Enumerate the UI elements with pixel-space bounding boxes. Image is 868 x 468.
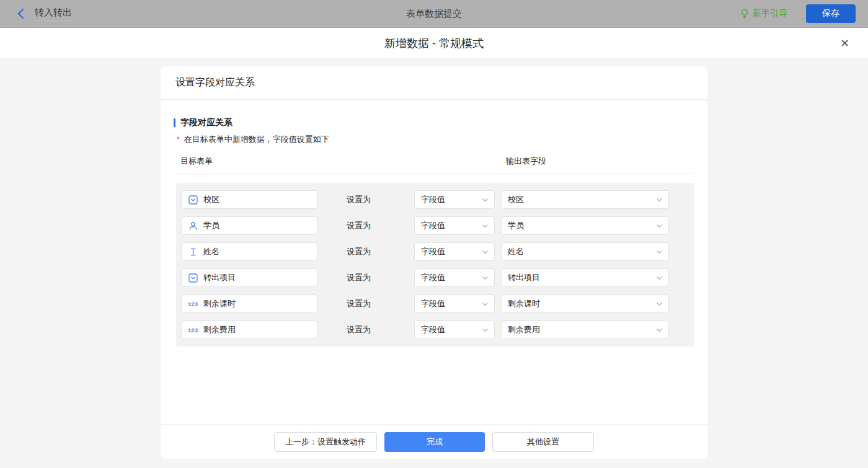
select-field-icon xyxy=(188,273,198,283)
chevron-down-icon xyxy=(482,275,489,281)
done-button[interactable]: 完成 xyxy=(384,432,485,452)
topbar: 转入转出 表单数据提交 新手引导 保存 xyxy=(0,0,868,28)
target-field-label: 转出项目 xyxy=(203,272,236,283)
section-accent-bar xyxy=(174,118,175,127)
value-type-selected: 字段值 xyxy=(421,194,445,205)
set-as-label: 设置为 xyxy=(347,298,371,309)
save-button[interactable]: 保存 xyxy=(806,4,856,23)
number-field-icon: 123 xyxy=(188,301,198,307)
column-target-form: 目标表单 xyxy=(180,156,213,166)
mapping-row: 123 校区 设置为 字段值 校区 xyxy=(181,187,689,213)
text-field-icon xyxy=(188,247,198,257)
beginner-guide-link[interactable]: 新手引导 xyxy=(740,8,787,19)
output-field-selected: 学员 xyxy=(508,220,524,231)
value-type-select[interactable]: 字段值 xyxy=(414,242,495,261)
modal-header: 新增数据 - 常规模式 ✕ xyxy=(0,28,868,59)
column-headers: 目标表单 输出表字段 xyxy=(174,156,694,174)
field-mapping-card: 设置字段对应关系 字段对应关系 * 在目标表单中新增数据，字段值设置如下 目标表… xyxy=(161,66,707,459)
value-type-select[interactable]: 字段值 xyxy=(414,268,495,287)
set-as-label: 设置为 xyxy=(347,324,371,335)
value-type-selected: 字段值 xyxy=(421,324,445,335)
chevron-down-icon xyxy=(482,327,489,333)
set-as-label: 设置为 xyxy=(347,272,371,283)
column-output-fields: 输出表字段 xyxy=(506,156,546,167)
card-title: 设置字段对应关系 xyxy=(161,66,707,100)
output-field-selected: 转出项目 xyxy=(508,272,540,283)
target-field-label: 剩余费用 xyxy=(203,324,236,335)
flow-title[interactable]: 转入转出 xyxy=(35,7,72,21)
output-field-select[interactable]: 剩余费用 xyxy=(501,320,669,339)
mapping-row: 123 剩余费用 设置为 字段值 剩余费用 xyxy=(181,317,689,343)
target-field-input[interactable]: 123 剩余课时 xyxy=(181,294,317,313)
chevron-down-icon xyxy=(656,301,663,307)
number-field-icon: 123 xyxy=(188,327,198,333)
prev-step-button[interactable]: 上一步：设置触发动作 xyxy=(274,432,377,452)
lightbulb-icon xyxy=(740,9,749,19)
mapping-row: 123 学员 设置为 字段值 学员 xyxy=(181,213,689,239)
value-type-select[interactable]: 字段值 xyxy=(414,216,495,235)
section-title: 字段对应关系 xyxy=(174,117,694,128)
output-field-select[interactable]: 转出项目 xyxy=(501,268,669,287)
set-as-label: 设置为 xyxy=(347,246,371,257)
target-field-label: 校区 xyxy=(203,194,219,205)
output-field-select[interactable]: 剩余课时 xyxy=(501,294,669,313)
output-field-select[interactable]: 校区 xyxy=(501,190,669,209)
target-field-input[interactable]: 123 剩余费用 xyxy=(181,320,317,339)
section-title-label: 字段对应关系 xyxy=(180,117,232,128)
value-type-selected: 字段值 xyxy=(421,246,445,257)
output-field-selected: 校区 xyxy=(508,194,524,205)
chevron-down-icon xyxy=(656,249,663,255)
page-body: 设置字段对应关系 字段对应关系 * 在目标表单中新增数据，字段值设置如下 目标表… xyxy=(0,59,868,468)
chevron-down-icon xyxy=(656,223,663,229)
member-field-icon xyxy=(188,221,198,231)
mapping-row: 123 转出项目 设置为 字段值 转出项目 xyxy=(181,265,689,291)
other-settings-button[interactable]: 其他设置 xyxy=(492,432,594,452)
back-chevron-icon xyxy=(17,8,25,19)
set-as-label: 设置为 xyxy=(347,220,371,231)
target-field-input[interactable]: 123 姓名 xyxy=(181,242,317,261)
value-type-selected: 字段值 xyxy=(421,298,445,309)
target-field-label: 学员 xyxy=(203,220,219,231)
card-footer: 上一步：设置触发动作 完成 其他设置 xyxy=(161,424,707,459)
target-field-input[interactable]: 123 校区 xyxy=(181,190,317,209)
value-type-select[interactable]: 字段值 xyxy=(414,190,495,209)
card-content: 字段对应关系 * 在目标表单中新增数据，字段值设置如下 目标表单 输出表字段 1… xyxy=(161,100,707,424)
target-field-input[interactable]: 123 学员 xyxy=(181,216,317,235)
chevron-down-icon xyxy=(656,327,663,333)
value-type-select[interactable]: 字段值 xyxy=(414,294,495,313)
chevron-down-icon xyxy=(482,301,489,307)
chevron-down-icon xyxy=(656,275,663,281)
beginner-guide-label: 新手引导 xyxy=(753,8,787,19)
mapping-note: * 在目标表单中新增数据，字段值设置如下 xyxy=(174,134,694,145)
chevron-down-icon xyxy=(482,223,489,229)
output-field-selected: 姓名 xyxy=(508,246,524,257)
mapping-rows: 123 校区 设置为 字段值 校区 12 xyxy=(176,183,694,347)
select-field-icon xyxy=(188,195,198,205)
required-asterisk: * xyxy=(177,135,180,144)
back-button[interactable] xyxy=(17,8,25,19)
output-field-select[interactable]: 姓名 xyxy=(501,242,669,261)
chevron-down-icon xyxy=(482,196,489,203)
set-as-label: 设置为 xyxy=(347,194,371,205)
target-field-label: 剩余课时 xyxy=(203,298,236,309)
output-field-selected: 剩余费用 xyxy=(508,324,540,335)
value-type-selected: 字段值 xyxy=(421,220,445,231)
mapping-row: 123 剩余课时 设置为 字段值 剩余课时 xyxy=(181,291,689,317)
page-title: 表单数据提交 xyxy=(406,0,462,28)
output-field-selected: 剩余课时 xyxy=(508,298,540,309)
target-field-input[interactable]: 123 转出项目 xyxy=(181,268,317,287)
chevron-down-icon xyxy=(482,249,489,255)
value-type-select[interactable]: 字段值 xyxy=(414,320,495,339)
chevron-down-icon xyxy=(656,196,663,203)
mapping-note-text: 在目标表单中新增数据，字段值设置如下 xyxy=(184,134,329,145)
target-field-label: 姓名 xyxy=(203,246,219,257)
modal-title: 新增数据 - 常规模式 xyxy=(384,36,484,51)
mapping-row: 123 姓名 设置为 字段值 姓名 xyxy=(181,239,689,265)
close-icon[interactable]: ✕ xyxy=(840,38,849,49)
value-type-selected: 字段值 xyxy=(421,272,445,283)
output-field-select[interactable]: 学员 xyxy=(501,216,669,235)
